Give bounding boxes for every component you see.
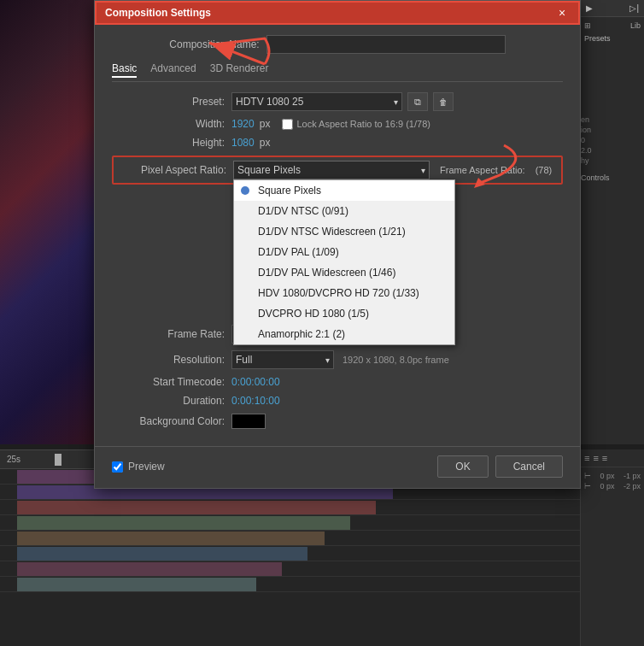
copy-preset-button[interactable]: ⧉ (407, 92, 428, 111)
frame-aspect-value: (78) (536, 165, 553, 175)
pos-row-1: ⊢ 0 px -1 px (584, 471, 641, 481)
step-forward-icon[interactable]: ▷| (629, 3, 639, 13)
preview-label: Preview (128, 461, 165, 473)
timeline-row-6 (0, 546, 644, 561)
tab-3d-renderer[interactable]: 3D Renderer (210, 62, 269, 78)
resolution-row: Resolution: Full ▾ 1920 x 1080, 8.0pc fr… (112, 350, 563, 369)
preview-checkbox[interactable] (112, 461, 123, 473)
play-icon[interactable]: ▶ (586, 3, 593, 13)
frame-rate-label: Frame Rate: (112, 328, 231, 340)
bottom-right-controls: ≡ ≡ ≡ ⊢ 0 px -1 px ⊢ 0 px -2 px (580, 449, 644, 646)
height-unit: px (260, 137, 271, 149)
width-unit: px (260, 118, 271, 130)
pixel-ar-value: Square Pixels (237, 164, 301, 176)
pos-val-2b: -2 px (624, 482, 641, 490)
resolution-select[interactable]: Full ▾ (231, 350, 334, 369)
rp-controls-label: Controls (581, 173, 644, 183)
dropdown-item-label-4: D1/DV PAL Widescreen (1/46) (258, 267, 395, 279)
controls-area: en ion 0 2.0 hy (581, 115, 644, 166)
timeline-row-3 (0, 500, 644, 515)
dropdown-item-label-2: D1/DV NTSC Widescreen (1/21) (258, 226, 406, 238)
pos-val-1b: -1 px (624, 472, 641, 480)
presets-icon: ⊞ (584, 21, 591, 30)
ok-button[interactable]: OK (437, 455, 488, 478)
pixel-ar-select[interactable]: Square Pixels ▾ (233, 161, 430, 179)
right-panel-tabs: ⊞ Lib Presets (581, 17, 644, 46)
pixel-ar-label: Pixel Aspect Ratio: (114, 164, 233, 176)
timeline-bar-8 (17, 578, 256, 591)
position-controls: ⊢ 0 px -1 px ⊢ 0 px -2 px (581, 467, 644, 495)
pos-icon-1: ⊢ (584, 472, 591, 480)
controls-section2: Controls (581, 173, 644, 183)
timeline-bar-4 (17, 516, 350, 530)
dropdown-item-hdv1080[interactable]: HDV 1080/DVCPRO HD 720 (1/33) (234, 283, 454, 303)
resolution-dropdown-arrow: ▾ (325, 355, 330, 365)
delete-preset-button[interactable]: 🗑 (433, 92, 454, 111)
resolution-value: Full (236, 354, 252, 366)
time-indicator: 25s (7, 455, 20, 464)
rp-val-hy: hy (581, 156, 644, 166)
cancel-button[interactable]: Cancel (495, 455, 563, 478)
align-right-icon[interactable]: ≡ (602, 453, 607, 463)
width-control: 1920 px Lock Aspect Ratio to 16:9 (1/78) (231, 118, 563, 130)
v20-label: 2.0 (581, 146, 592, 155)
duration-value[interactable]: 0:00:10:00 (231, 395, 280, 407)
timeline-bar-5 (17, 531, 325, 545)
height-value[interactable]: 1080 (231, 137, 255, 149)
duration-row: Duration: 0:00:10:00 (112, 395, 563, 407)
tab-advanced[interactable]: Advanced (150, 62, 196, 78)
lock-aspect-checkbox[interactable] (282, 119, 293, 130)
preset-select[interactable]: HDTV 1080 25 ▾ (231, 92, 402, 111)
lock-aspect-checkbox-container: Lock Aspect Ratio to 16:9 (1/78) (282, 119, 430, 130)
dialog-tabs: Basic Advanced 3D Renderer (112, 62, 563, 82)
dropdown-item-dvcpro-hd[interactable]: DVCPRO HD 1080 (1/5) (234, 303, 454, 324)
dropdown-item-label-5: HDV 1080/DVCPRO HD 720 (1/33) (258, 287, 419, 299)
pos-row-2: ⊢ 0 px -2 px (584, 481, 641, 491)
lib-icon: Lib (630, 21, 641, 30)
en-label: en (581, 115, 589, 124)
rp-val-0: 0 (581, 135, 644, 145)
rp-val-20: 2.0 (581, 145, 644, 156)
preset-dropdown-arrow: ▾ (394, 97, 398, 107)
comp-name-input[interactable] (266, 35, 506, 54)
dropdown-item-label-0: Square Pixels (258, 185, 321, 197)
align-left-icon[interactable]: ≡ (584, 453, 589, 463)
pos-val-2: 0 px (600, 482, 614, 490)
align-center-icon[interactable]: ≡ (593, 453, 598, 463)
start-tc-row: Start Timecode: 0:00:00:00 (112, 376, 563, 388)
preset-label: Preset: (112, 96, 231, 108)
height-label: Height: (112, 137, 231, 149)
pixel-ar-dropdown-menu: Square Pixels D1/DV NTSC (0/91) D1/DV NT… (233, 179, 455, 345)
rp-val-ion: ion (581, 125, 644, 135)
height-row: Height: 1080 px (112, 137, 563, 149)
timeline-row-5 (0, 531, 644, 546)
pos-icon-2: ⊢ (584, 482, 591, 490)
presets-label: Presets (584, 34, 641, 43)
dropdown-item-d1dv-ntsc-ws[interactable]: D1/DV NTSC Widescreen (1/21) (234, 221, 454, 242)
bg-color-label: Background Color: (112, 415, 231, 427)
preset-control: HDTV 1080 25 ▾ ⧉ 🗑 (231, 92, 563, 111)
width-value[interactable]: 1920 (231, 118, 255, 130)
dialog-content: Composition Name: Basic Advanced 3D Rend… (95, 25, 580, 446)
duration-label: Duration: (112, 395, 231, 407)
dropdown-item-anamorphic[interactable]: Anamorphic 2:1 (2) (234, 324, 454, 344)
start-tc-value[interactable]: 0:00:00:00 (231, 376, 280, 388)
tab-basic[interactable]: Basic (112, 62, 137, 78)
dropdown-item-d1dv-pal[interactable]: D1/DV PAL (1/09) (234, 242, 454, 262)
preset-value: HDTV 1080 25 (236, 96, 303, 108)
ion-label: ion (581, 126, 591, 134)
pixel-ar-control: Square Pixels ▾ Square Pixels D1/DV NTSC… (233, 161, 561, 179)
align-icons: ≡ ≡ ≡ (581, 449, 644, 467)
dropdown-item-d1dv-pal-ws[interactable]: D1/DV PAL Widescreen (1/46) (234, 262, 454, 283)
width-label: Width: (112, 118, 231, 130)
width-row: Width: 1920 px Lock Aspect Ratio to 16:9… (112, 118, 563, 130)
composition-settings-dialog: Composition Settings × Composition Name:… (94, 0, 581, 489)
dropdown-item-d1dv-ntsc[interactable]: D1/DV NTSC (0/91) (234, 201, 454, 221)
timeline-bar-7 (17, 562, 282, 576)
close-button[interactable]: × (554, 5, 570, 21)
pixel-ar-dropdown-container: Square Pixels ▾ Square Pixels D1/DV NTSC… (233, 161, 430, 179)
bg-color-swatch[interactable] (231, 414, 266, 429)
resolution-label: Resolution: (112, 354, 231, 366)
bg-color-control (231, 414, 563, 429)
dropdown-item-square-pixels[interactable]: Square Pixels (234, 180, 454, 201)
